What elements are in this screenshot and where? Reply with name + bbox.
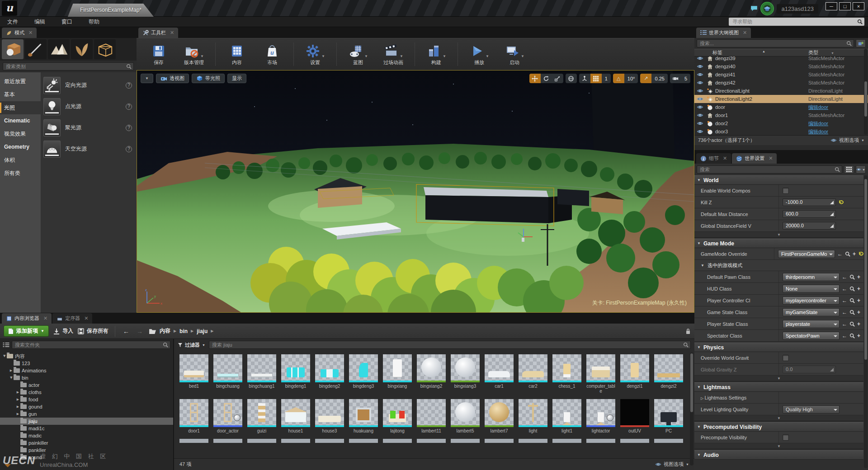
settings-section[interactable]: ▼WorldEnable World ComposKill Z-1000.0De… <box>694 175 863 238</box>
visibility-eye-icon[interactable] <box>694 89 705 93</box>
asset-thumb-object[interactable] <box>184 371 204 377</box>
property-label[interactable]: HUD Class <box>694 286 778 291</box>
folder-name[interactable]: food <box>28 397 38 402</box>
folder-name[interactable]: cloths <box>28 390 42 395</box>
breadcrumb-item[interactable]: jiaju <box>197 328 208 334</box>
details-search[interactable] <box>697 165 842 174</box>
property-row[interactable]: Override World Gravit <box>694 352 863 364</box>
folder-name[interactable]: gun <box>28 411 37 417</box>
asset-tile-partial[interactable] <box>383 439 412 443</box>
property-label[interactable]: Enable World Compos <box>694 188 778 193</box>
edit-blueprint-link[interactable]: 编辑door <box>808 128 868 135</box>
edit-blueprint-link[interactable]: 编辑door <box>808 120 868 127</box>
visibility-eye-icon[interactable] <box>694 56 705 61</box>
help-circle-icon[interactable]: ? <box>126 103 132 110</box>
asset-tile[interactable]: bingchuang <box>213 354 242 393</box>
tree-expand-icon[interactable]: ▶ <box>15 412 20 416</box>
asset-tile-partial[interactable] <box>654 439 683 443</box>
asset-tile-partial[interactable] <box>281 439 310 443</box>
settings-section[interactable]: ▼PhysicsOverride World GravitGlobal Grav… <box>694 343 863 381</box>
use-selected-icon[interactable]: ← <box>842 274 847 280</box>
add-new-icon[interactable]: + <box>857 321 860 327</box>
asset-tile[interactable]: PC <box>654 399 683 438</box>
asset-name[interactable]: bed1 <box>179 382 208 393</box>
static-mesh-icon[interactable] <box>705 56 714 61</box>
save-button[interactable]: 保存 <box>142 43 175 66</box>
visibility-eye-icon[interactable] <box>694 105 705 109</box>
add-new-icon[interactable]: + <box>857 297 860 304</box>
asset-thumbnail[interactable] <box>383 354 412 381</box>
section-title[interactable]: Lightmass <box>703 384 731 390</box>
outliner-row[interactable]: dengzi40StaticMeshActor <box>694 62 868 70</box>
toolbar-separator[interactable] <box>458 42 458 66</box>
mode-paint[interactable] <box>25 39 47 59</box>
tab-content-browser[interactable]: 内容浏览器✕ <box>2 313 52 324</box>
folder-icon[interactable] <box>20 433 27 438</box>
placeable-item-label[interactable]: 聚光源 <box>65 124 121 132</box>
asset-view-options[interactable]: 视图选项▼ <box>655 461 689 468</box>
asset-tile[interactable]: house1 <box>281 399 310 438</box>
collapse-icon[interactable]: ▼ <box>697 345 701 349</box>
folder-tree-item[interactable]: ▶bin <box>0 374 173 381</box>
folder-icon[interactable] <box>20 383 27 387</box>
grid-snap-toggle[interactable] <box>590 74 602 83</box>
folder-tree-item[interactable]: jiaju <box>0 418 173 425</box>
asset-tile-partial[interactable] <box>586 439 615 443</box>
toolbar-button-label[interactable]: 版本管理 <box>184 59 204 66</box>
asset-thumbnail[interactable] <box>451 354 480 381</box>
dropdown[interactable]: Quality High <box>783 405 840 414</box>
add-new-icon[interactable]: + <box>857 309 860 315</box>
modes-search[interactable] <box>3 62 134 70</box>
static-mesh-icon[interactable] <box>705 72 714 78</box>
sky-light-icon[interactable] <box>43 141 61 158</box>
asset-tile-partial[interactable] <box>417 439 446 443</box>
asset-tile[interactable]: car1 <box>485 354 514 393</box>
outliner-search-input[interactable] <box>697 41 846 46</box>
close-icon[interactable]: ✕ <box>43 315 47 321</box>
content-icon[interactable] <box>229 43 245 58</box>
asset-name[interactable]: computer_table <box>586 382 615 393</box>
asset-thumbnail[interactable] <box>654 399 683 425</box>
scale-snap-value[interactable]: 0.25 <box>651 74 667 83</box>
display-filter-icon[interactable]: ▼ <box>856 165 866 174</box>
cinematics-button[interactable]: ▼过场动画 <box>377 43 410 66</box>
asset-tile-partial[interactable] <box>179 439 208 443</box>
type-filter-icon[interactable]: ▼ <box>831 52 834 55</box>
asset-tile[interactable]: huakuang <box>349 399 378 438</box>
placeable-item[interactable]: 天空光源? <box>43 138 134 160</box>
property-label[interactable]: Default Pawn Class <box>694 274 778 280</box>
actor-name[interactable]: DirectionalLight <box>714 88 808 94</box>
subsection-title[interactable]: 选中的游戏模式 <box>708 262 742 269</box>
close-icon[interactable]: ✕ <box>170 30 174 36</box>
asset-thumb-object[interactable] <box>258 403 265 422</box>
property-control[interactable]: 0.0 <box>778 364 863 375</box>
asset-tile-partial[interactable] <box>485 439 514 443</box>
grid-snap-value[interactable]: 1 <box>602 74 611 83</box>
folder-tree-item[interactable]: ▶gound <box>0 403 173 410</box>
level-tab[interactable]: FirstPersonExampleMap* <box>68 4 154 17</box>
asset-thumbnail[interactable] <box>485 354 514 381</box>
outliner-row[interactable]: door3编辑door <box>694 127 868 135</box>
asset-thumbnail[interactable] <box>654 354 683 381</box>
browse-icon[interactable] <box>849 333 855 338</box>
use-selected-icon[interactable]: ← <box>837 251 843 257</box>
browse-icon[interactable] <box>849 321 855 327</box>
asset-thumb-object[interactable] <box>389 414 406 422</box>
close-icon[interactable]: ✕ <box>84 315 88 321</box>
asset-tile[interactable]: door1 <box>179 399 208 438</box>
folder-tree-item[interactable]: 123 <box>0 360 173 367</box>
asset-thumb-object[interactable] <box>190 403 198 422</box>
property-row[interactable]: Precompute Visibility <box>694 432 863 443</box>
outliner-row[interactable]: dengzi39StaticMeshActor <box>694 56 868 62</box>
actor-type[interactable]: StaticMeshActor <box>808 113 868 118</box>
actor-type[interactable]: StaticMeshActor <box>808 64 868 69</box>
property-row[interactable]: Level Lighting QualityQuality High <box>694 404 863 415</box>
folder-name[interactable]: madi1c <box>28 426 44 431</box>
asset-thumb-object[interactable] <box>251 374 272 377</box>
asset-name[interactable]: chess_1 <box>552 382 581 393</box>
asset-name[interactable]: guizi <box>247 427 276 438</box>
asset-tile[interactable]: bingxiang2 <box>417 354 446 393</box>
actor-type[interactable]: DirectionalLight <box>808 96 868 102</box>
revert-icon[interactable] <box>838 200 844 205</box>
toolbar-button-label[interactable]: 构建 <box>431 59 441 66</box>
